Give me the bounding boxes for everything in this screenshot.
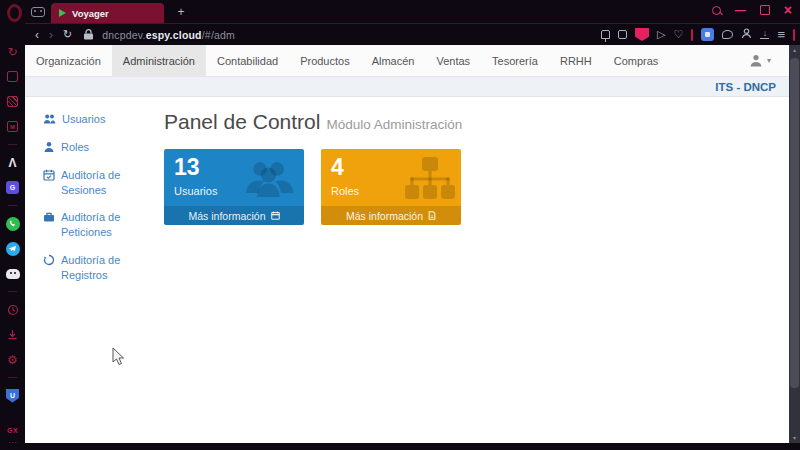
calendar-icon (43, 169, 55, 181)
tab-title: Voyager (72, 8, 109, 19)
window-controls: — × (712, 3, 792, 17)
brand-bar: ITS - DNCP (25, 77, 793, 97)
nav-item-organizacion[interactable]: Organización (25, 45, 112, 76)
stat-cards: 13 Usuarios Más información (164, 149, 793, 225)
discord-icon[interactable] (5, 266, 20, 281)
card-footer-label: Más información (346, 210, 423, 222)
menu-item-usuarios[interactable]: Usuarios (43, 112, 143, 127)
back-button[interactable]: ‹ (35, 29, 39, 41)
menu-item-label: Roles (61, 140, 89, 155)
tab-favicon (59, 9, 66, 17)
file-icon (428, 211, 436, 220)
downloads-tray-icon[interactable]: ↓ (760, 30, 769, 39)
rail-divider (8, 377, 17, 378)
sidebar-player-icon[interactable]: ▷ (657, 29, 665, 40)
extension-icon[interactable] (701, 28, 714, 41)
settings-gear-icon[interactable]: ⚙ (5, 352, 20, 367)
menu-item-auditoria-registros[interactable]: Auditoría de Registros (43, 253, 143, 283)
aria-chat-icon[interactable] (722, 30, 733, 39)
nav-item-contabilidad[interactable]: Contabilidad (206, 45, 289, 76)
user-icon (749, 54, 763, 67)
opera-logo-icon[interactable] (7, 4, 22, 22)
page-title: Panel de ControlMódulo Administración (164, 110, 793, 134)
address-toolbar: ‹ › ↻ dncpdev.espy.cloud/#/adm ▷ ♡ ↓ ≡ (25, 24, 800, 45)
gx-corner-icon[interactable] (5, 69, 20, 84)
reload-button[interactable]: ↻ (63, 29, 72, 40)
workspace-icon[interactable] (31, 7, 45, 17)
vpn-badge-icon[interactable] (635, 28, 649, 41)
card-label: Roles (331, 185, 451, 197)
main-panel: Panel de ControlMódulo Administración 13… (160, 97, 793, 443)
card-label: Usuarios (174, 185, 294, 197)
rail-bottom: GX ··· (7, 427, 18, 450)
url-domain: espy.cloud (146, 29, 202, 41)
person-icon (43, 141, 55, 153)
pinned-site-icon[interactable]: Λ (5, 155, 20, 170)
url-prefix: dncpdev. (102, 29, 145, 41)
ublock-extension-icon[interactable]: U (5, 388, 20, 403)
toolbar-actions: ▷ ♡ ↓ ≡ (601, 28, 800, 42)
brand-text[interactable]: ITS - DNCP (715, 81, 776, 93)
telegram-icon[interactable] (5, 241, 20, 256)
scroll-up-icon[interactable]: ▴ (789, 45, 800, 55)
menu-item-label: Auditoría de Registros (61, 253, 143, 283)
pinned-app-icon[interactable]: G (5, 180, 20, 195)
site-info-lock-icon[interactable] (84, 29, 93, 40)
caret-down-icon: ▾ (767, 56, 771, 65)
maximize-button[interactable] (760, 5, 770, 15)
toolbar-divider (793, 29, 795, 41)
profile-icon[interactable] (741, 28, 752, 42)
forward-button[interactable]: › (49, 29, 53, 41)
rail-more-icon[interactable]: ··· (8, 440, 17, 444)
users-icon (43, 113, 56, 125)
nav-item-almacen[interactable]: Almacén (361, 45, 426, 76)
url-field[interactable]: dncpdev.espy.cloud/#/adm (102, 29, 235, 41)
speed-dial-icon[interactable]: ↻ (5, 44, 20, 59)
gx-mods-icon[interactable] (5, 94, 20, 109)
menu-item-roles[interactable]: Roles (43, 140, 143, 155)
minimize-button[interactable]: — (735, 5, 746, 16)
nav-item-compras[interactable]: Compras (603, 45, 670, 76)
rail-divider (8, 291, 17, 292)
new-tab-button[interactable]: + (173, 3, 189, 20)
page-content: Usuarios Roles Auditoría de Sesiones Aud… (25, 97, 793, 443)
calendar-icon (271, 211, 280, 220)
rail-divider (8, 144, 17, 145)
page-scrollbar[interactable]: ▴ ▾ (789, 45, 800, 443)
history-icon[interactable] (5, 302, 20, 317)
menu-item-auditoria-sesiones[interactable]: Auditoría de Sesiones (43, 168, 143, 198)
nav-item-administracion[interactable]: Administración (112, 45, 206, 76)
browser-tab-voyager[interactable]: Voyager (51, 3, 164, 23)
card-value: 4 (331, 155, 451, 180)
nav-item-ventas[interactable]: Ventas (425, 45, 481, 76)
card-usuarios[interactable]: 13 Usuarios Más información (164, 149, 304, 225)
snapshot-icon[interactable] (618, 30, 627, 39)
card-roles[interactable]: 4 Roles Más información (321, 149, 461, 225)
browser-search-icon[interactable] (712, 6, 721, 15)
card-footer-link[interactable]: Más información (321, 206, 461, 225)
nav-item-tesoreria[interactable]: Tesorería (481, 45, 549, 76)
m-app-icon[interactable]: M (5, 119, 20, 134)
card-footer-link[interactable]: Más información (164, 206, 304, 225)
side-menu: Usuarios Roles Auditoría de Sesiones Aud… (25, 97, 160, 443)
nav-item-productos[interactable]: Productos (289, 45, 361, 76)
scroll-down-icon[interactable]: ▾ (789, 433, 800, 443)
scrollbar-thumb[interactable] (790, 58, 799, 388)
menu-item-auditoria-peticiones[interactable]: Auditoría de Peticiones (43, 210, 143, 240)
whatsapp-icon[interactable] (5, 216, 20, 231)
easy-setup-menu-icon[interactable]: ≡ (777, 28, 785, 41)
card-value: 13 (174, 155, 294, 180)
close-button[interactable]: × (784, 3, 792, 17)
favorites-heart-icon[interactable]: ♡ (674, 29, 684, 40)
nav-item-rrhh[interactable]: RRHH (549, 45, 603, 76)
pin-icon[interactable] (601, 30, 610, 39)
downloads-icon[interactable] (5, 327, 20, 342)
briefcase-icon (43, 211, 55, 223)
user-menu-button[interactable]: ▾ (749, 45, 793, 76)
page-subtitle: Módulo Administración (326, 117, 462, 132)
history-icon (43, 254, 55, 266)
web-page: Organización Administración Contabilidad… (25, 45, 793, 443)
menu-item-label: Usuarios (62, 112, 105, 127)
browser-side-rail: ↻ M Λ G ⚙ U GX ··· (0, 0, 25, 450)
window-bottom-edge (25, 443, 800, 450)
